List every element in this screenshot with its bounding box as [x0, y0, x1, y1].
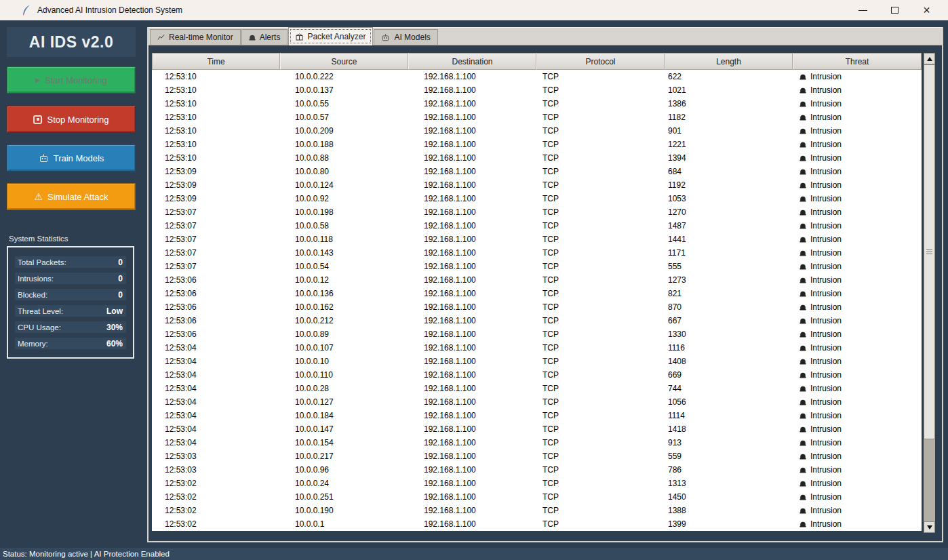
start-monitoring-button[interactable]: ▶ Start Monitoring — [7, 66, 136, 94]
threat-label: Intrusion — [810, 113, 842, 122]
table-row[interactable]: 12:53:10 10.0.0.57 192.168.1.100 TCP 118… — [152, 111, 922, 124]
tab-label: Alerts — [260, 33, 281, 42]
table-row[interactable]: 12:53:09 10.0.0.80 192.168.1.100 TCP 684… — [152, 165, 922, 178]
maximize-button[interactable] — [879, 0, 911, 20]
cell-destination: 192.168.1.100 — [408, 479, 536, 488]
cell-destination: 192.168.1.100 — [408, 221, 536, 231]
table-row[interactable]: 12:53:09 10.0.0.124 192.168.1.100 TCP 11… — [152, 178, 922, 192]
table-row[interactable]: 12:53:02 10.0.0.190 192.168.1.100 TCP 13… — [152, 504, 922, 517]
table-row[interactable]: 12:53:04 10.0.0.184 192.168.1.100 TCP 11… — [152, 409, 922, 422]
cell-threat: Intrusion — [793, 167, 922, 176]
cell-protocol: TCP — [536, 221, 665, 231]
cell-threat: Intrusion — [793, 194, 922, 203]
stop-monitoring-button[interactable]: Stop Monitoring — [7, 106, 136, 133]
siren-icon — [249, 35, 256, 41]
table-row[interactable]: 12:53:04 10.0.0.154 192.168.1.100 TCP 91… — [152, 436, 922, 449]
cell-source: 10.0.0.209 — [280, 126, 408, 136]
table-row[interactable]: 12:53:07 10.0.0.58 192.168.1.100 TCP 148… — [152, 219, 922, 233]
train-models-button[interactable]: Train Models — [7, 144, 136, 172]
cell-length: 1487 — [665, 221, 793, 231]
minimize-button[interactable] — [847, 0, 879, 20]
column-header[interactable]: Source — [280, 53, 408, 70]
scrollbar-thumb[interactable] — [924, 64, 935, 439]
table-row[interactable]: 12:53:03 10.0.0.217 192.168.1.100 TCP 55… — [152, 449, 922, 463]
table-row[interactable]: 12:53:02 10.0.0.24 192.168.1.100 TCP 131… — [152, 477, 922, 490]
cell-time: 12:53:06 — [152, 289, 280, 298]
cell-protocol: TCP — [536, 235, 665, 244]
table-row[interactable]: 12:53:06 10.0.0.89 192.168.1.100 TCP 133… — [152, 327, 922, 341]
cell-time: 12:53:09 — [152, 180, 280, 190]
siren-icon — [799, 142, 806, 148]
siren-icon — [799, 87, 806, 94]
table-row[interactable]: 12:53:04 10.0.0.107 192.168.1.100 TCP 11… — [152, 341, 922, 355]
threat-label: Intrusion — [810, 316, 842, 325]
close-button[interactable]: × — [911, 0, 943, 20]
tab-packet-analyzer[interactable]: Packet Analyzer — [288, 27, 373, 45]
tab-ai-models[interactable]: AI Models — [374, 29, 437, 45]
cell-length: 559 — [665, 452, 793, 461]
column-header[interactable]: Destination — [408, 53, 536, 70]
table-row[interactable]: 12:53:10 10.0.0.209 192.168.1.100 TCP 90… — [152, 124, 922, 138]
table-row[interactable]: 12:53:06 10.0.0.12 192.168.1.100 TCP 127… — [152, 273, 922, 287]
table-row[interactable]: 12:53:10 10.0.0.55 192.168.1.100 TCP 138… — [152, 97, 922, 111]
table-row[interactable]: 12:53:02 10.0.0.251 192.168.1.100 TCP 14… — [152, 490, 922, 504]
tab-realtime-monitor[interactable]: Real-time Monitor — [150, 29, 241, 45]
cell-time: 12:53:04 — [152, 370, 280, 380]
table-row[interactable]: 12:53:06 10.0.0.136 192.168.1.100 TCP 82… — [152, 287, 922, 300]
cell-protocol: TCP — [536, 180, 665, 190]
tab-alerts[interactable]: Alerts — [241, 29, 288, 45]
siren-icon — [799, 345, 806, 351]
siren-icon — [799, 454, 806, 460]
cell-threat: Intrusion — [793, 465, 922, 475]
stat-row: Threat Level: Low — [15, 305, 126, 317]
table-row[interactable]: 12:53:04 10.0.0.28 192.168.1.100 TCP 744… — [152, 382, 922, 395]
table-row[interactable]: 12:53:07 10.0.0.118 192.168.1.100 TCP 14… — [152, 233, 922, 246]
table-row[interactable]: 12:53:10 10.0.0.222 192.168.1.100 TCP 62… — [152, 70, 922, 83]
siren-icon — [799, 182, 806, 188]
threat-label: Intrusion — [810, 370, 842, 380]
cell-time: 12:53:06 — [152, 302, 280, 312]
cell-threat: Intrusion — [793, 357, 922, 366]
cell-time: 12:53:07 — [152, 262, 280, 271]
table-row[interactable]: 12:53:07 10.0.0.143 192.168.1.100 TCP 11… — [152, 246, 922, 260]
threat-label: Intrusion — [810, 492, 842, 502]
column-header[interactable]: Length — [665, 53, 793, 70]
stats-heading: System Statistics — [9, 235, 68, 243]
table-row[interactable]: 12:53:04 10.0.0.10 192.168.1.100 TCP 140… — [152, 355, 922, 368]
siren-icon — [799, 440, 806, 446]
cell-source: 10.0.0.80 — [280, 167, 408, 176]
simulate-attack-button[interactable]: ⚠ Simulate Attack — [7, 183, 136, 210]
table-row[interactable]: 12:53:02 10.0.0.1 192.168.1.100 TCP 1399… — [152, 517, 922, 531]
table-row[interactable]: 12:53:07 10.0.0.198 192.168.1.100 TCP 12… — [152, 205, 922, 219]
stats-box: Total Packets: 0 Intrusions: 0 Blocked: … — [7, 246, 134, 359]
cell-time: 12:53:07 — [152, 207, 280, 217]
column-header[interactable]: Protocol — [536, 53, 665, 70]
scroll-down-button[interactable] — [924, 521, 935, 533]
cell-source: 10.0.0.143 — [280, 248, 408, 258]
table-row[interactable]: 12:53:04 10.0.0.110 192.168.1.100 TCP 66… — [152, 368, 922, 382]
table-row[interactable]: 12:53:10 10.0.0.188 192.168.1.100 TCP 12… — [152, 138, 922, 151]
cell-length: 1182 — [665, 113, 793, 122]
column-header[interactable]: Threat — [793, 53, 922, 70]
scroll-up-button[interactable] — [924, 53, 935, 64]
cell-threat: Intrusion — [793, 99, 922, 108]
table-row[interactable]: 12:53:09 10.0.0.92 192.168.1.100 TCP 105… — [152, 192, 922, 205]
column-header[interactable]: Time — [152, 53, 280, 70]
table-row[interactable]: 12:53:06 10.0.0.212 192.168.1.100 TCP 66… — [152, 314, 922, 327]
table-row[interactable]: 12:53:10 10.0.0.137 192.168.1.100 TCP 10… — [152, 83, 922, 97]
cell-destination: 192.168.1.100 — [408, 126, 536, 136]
threat-label: Intrusion — [810, 506, 842, 515]
table-row[interactable]: 12:53:10 10.0.0.88 192.168.1.100 TCP 139… — [152, 151, 922, 165]
siren-icon — [799, 169, 806, 175]
cell-length: 1273 — [665, 275, 793, 285]
threat-label: Intrusion — [810, 465, 842, 475]
notebook: Real-time Monitor Alerts Packet Analyzer… — [147, 27, 943, 542]
table-row[interactable]: 12:53:04 10.0.0.147 192.168.1.100 TCP 14… — [152, 422, 922, 436]
cell-length: 821 — [665, 289, 793, 298]
table-row[interactable]: 12:53:06 10.0.0.162 192.168.1.100 TCP 87… — [152, 300, 922, 314]
table-row[interactable]: 12:53:07 10.0.0.54 192.168.1.100 TCP 555… — [152, 260, 922, 273]
cell-threat: Intrusion — [793, 492, 922, 502]
table-row[interactable]: 12:53:03 10.0.0.96 192.168.1.100 TCP 786… — [152, 463, 922, 477]
table-row[interactable]: 12:53:04 10.0.0.127 192.168.1.100 TCP 10… — [152, 395, 922, 409]
siren-icon — [799, 209, 806, 216]
